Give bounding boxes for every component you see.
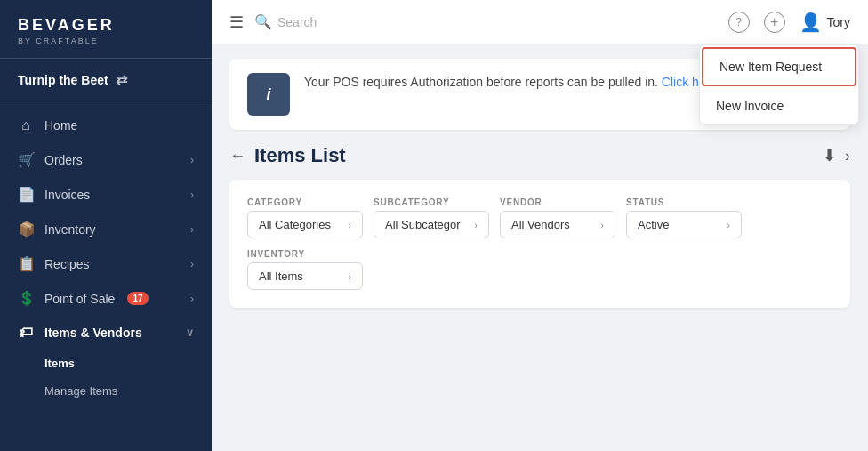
category-label: CATEGORY: [247, 197, 363, 207]
logo-sub: BY CRAFTABLE: [18, 36, 194, 45]
inventory-value: All Items: [259, 270, 303, 283]
user-icon: 👤: [800, 12, 822, 33]
subcategory-filter: SUBCATEGORY All Subcategor ›: [374, 197, 489, 238]
recipes-icon: 📋: [18, 255, 34, 272]
user-name: Tory: [827, 15, 850, 29]
sidebar-item-label: Recipes: [44, 257, 90, 271]
chevron-down-icon: ∨: [186, 326, 194, 339]
add-icon[interactable]: +: [764, 12, 785, 33]
sidebar-item-label: Home: [44, 118, 77, 133]
user-area[interactable]: 👤 Tory: [800, 12, 850, 33]
new-invoice-button[interactable]: New Invoice: [700, 88, 858, 124]
status-label: STATUS: [626, 197, 742, 207]
help-icon[interactable]: ?: [728, 12, 750, 33]
sidebar-item-pos[interactable]: 💲 Point of Sale 17 ›: [0, 281, 212, 316]
main-nav: ⌂ Home 🛒 Orders › 📄 Invoices › 📦 Invento…: [0, 101, 212, 451]
topbar-actions: ? + 👤 Tory: [728, 12, 850, 33]
back-button[interactable]: ←: [229, 147, 245, 165]
status-select[interactable]: Active ›: [626, 211, 742, 238]
vendor-label: VENDOR: [500, 197, 615, 207]
main-content: ☰ 🔍 Search ? + 👤 Tory New Item Request N…: [212, 0, 868, 451]
vendor-value: All Vendors: [511, 218, 570, 231]
inventory-filter: INVENTORY All Items ›: [247, 249, 363, 290]
sidebar-item-label: Items & Vendors: [44, 326, 142, 340]
location-name: Turnip the Beet: [18, 73, 108, 87]
sidebar: BEVAGER BY CRAFTABLE Turnip the Beet ⇄ ⌂…: [0, 0, 212, 451]
logo: BEVAGER BY CRAFTABLE: [0, 0, 212, 59]
page-header-right: ⬇ ›: [823, 146, 850, 165]
inventory-select[interactable]: All Items ›: [247, 262, 363, 290]
category-select[interactable]: All Categories ›: [247, 211, 363, 238]
subcategory-value: All Subcategor: [385, 218, 461, 231]
sidebar-item-orders[interactable]: 🛒 Orders ›: [0, 142, 212, 177]
logo-main: BEVAGER: [18, 16, 194, 35]
download-icon[interactable]: ⬇: [823, 146, 836, 165]
search-icon: 🔍: [254, 13, 272, 30]
sidebar-item-label: Invoices: [44, 188, 90, 202]
sidebar-item-home[interactable]: ⌂ Home: [0, 109, 212, 142]
sidebar-item-invoices[interactable]: 📄 Invoices ›: [0, 177, 212, 212]
sidebar-item-inventory[interactable]: 📦 Inventory ›: [0, 212, 212, 246]
search-area: 🔍 Search: [254, 13, 718, 30]
inventory-icon: 📦: [18, 221, 34, 238]
menu-icon[interactable]: ☰: [229, 12, 244, 32]
vendor-select[interactable]: All Vendors ›: [500, 211, 615, 238]
sidebar-item-items-vendors[interactable]: 🏷 Items & Vendors ∨: [0, 316, 212, 350]
chevron-right-icon: ›: [190, 258, 194, 270]
filter-row-2: INVENTORY All Items ›: [247, 249, 832, 290]
new-item-dropdown: New Item Request New Invoice: [699, 44, 859, 125]
chevron-right-icon: ›: [190, 154, 194, 166]
page-title: Items List: [254, 144, 346, 167]
status-value: Active: [638, 218, 669, 231]
orders-icon: 🛒: [18, 151, 34, 168]
invoices-icon: 📄: [18, 186, 34, 203]
subcategory-select[interactable]: All Subcategor ›: [374, 211, 489, 238]
sidebar-item-recipes[interactable]: 📋 Recipes ›: [0, 246, 212, 281]
search-placeholder: Search: [277, 15, 317, 29]
category-value: All Categories: [259, 218, 331, 231]
topbar: ☰ 🔍 Search ? + 👤 Tory New Item Request N…: [212, 0, 868, 44]
sidebar-item-label: Point of Sale: [44, 292, 115, 306]
chevron-right-icon: ›: [600, 220, 604, 230]
filter-card: CATEGORY All Categories › SUBCATEGORY Al…: [229, 180, 850, 308]
sidebar-item-label: Inventory: [44, 222, 96, 237]
pos-icon: 💲: [18, 290, 34, 307]
chevron-right-icon: ›: [474, 220, 478, 230]
next-page-icon[interactable]: ›: [845, 147, 850, 165]
chevron-right-icon: ›: [190, 223, 194, 236]
swap-icon: ⇄: [116, 71, 127, 88]
category-filter: CATEGORY All Categories ›: [247, 197, 363, 238]
chevron-right-icon: ›: [727, 220, 730, 230]
subcategory-label: SUBCATEGORY: [374, 197, 489, 207]
filter-row-1: CATEGORY All Categories › SUBCATEGORY Al…: [247, 197, 832, 238]
chevron-right-icon: ›: [348, 271, 351, 282]
page-header: ← Items List ⬇ ›: [229, 144, 850, 167]
sidebar-sub-items[interactable]: Items: [0, 350, 212, 377]
chevron-right-icon: ›: [190, 293, 194, 305]
sidebar-sub-manage-items[interactable]: Manage Items: [0, 377, 212, 405]
sidebar-item-label: Orders: [44, 153, 83, 167]
chevron-right-icon: ›: [348, 220, 351, 230]
page-header-left: ← Items List: [229, 144, 346, 167]
vendor-filter: VENDOR All Vendors ›: [500, 197, 615, 238]
status-filter: STATUS Active ›: [626, 197, 742, 238]
home-icon: ⌂: [18, 117, 34, 133]
sub-item-label: Manage Items: [44, 384, 117, 398]
alert-icon: i: [247, 73, 290, 116]
new-item-request-button[interactable]: New Item Request: [702, 47, 856, 86]
inventory-label: INVENTORY: [247, 249, 363, 259]
chevron-right-icon: ›: [190, 189, 194, 201]
sub-item-label: Items: [44, 357, 75, 370]
pos-badge: 17: [127, 292, 148, 305]
location-switcher[interactable]: Turnip the Beet ⇄: [0, 59, 212, 101]
items-vendors-icon: 🏷: [18, 325, 34, 341]
